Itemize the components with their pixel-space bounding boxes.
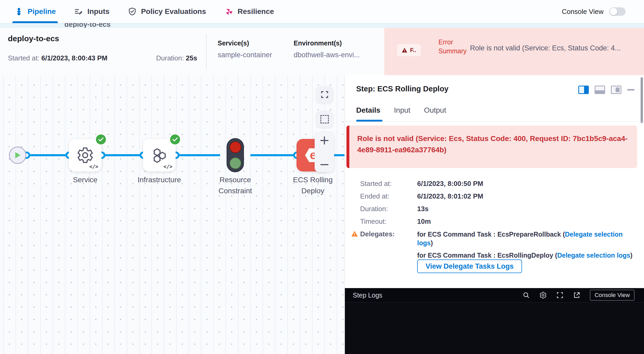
error-summary-label: Error Summary [438,38,473,56]
gear-icon [76,147,94,164]
node-label-infrastructure: Infrastructure [128,174,191,185]
edge-constraint-ecs [250,154,297,156]
step-panel-title: Step: ECS Rolling Deploy [356,85,448,93]
duration-label: Duration: [156,54,184,62]
header-divider [206,34,207,69]
tab-inputs[interactable]: Inputs [74,0,109,23]
failed-warning-icon [402,48,407,53]
started-label: Started at: [360,180,392,188]
traffic-light-green [229,157,241,169]
node-service[interactable]: </> [69,139,101,171]
marquee-icon [320,115,329,123]
tab-inputs-label: Inputs [87,7,109,16]
duration-value: 25s [186,54,197,62]
node-resource-constraint[interactable] [227,138,244,172]
status-badge-label: F.. [410,47,416,54]
step-logs-header: Step Logs Console View [345,288,644,303]
tab-resilience[interactable]: Resilience [224,0,274,23]
tab-policy-evaluations[interactable]: Policy Evaluations [128,0,206,23]
node-label-ecs-rolling-deploy: ECS Rolling Deploy [281,174,344,196]
delegate-line-1: for ECS Command Task : EcsPrepareRollbac… [417,230,636,247]
code-glyph: </> [89,164,98,169]
detail-row-ended: Ended at: 6/1/2023, 8:01:02 PM [345,192,639,201]
search-icon[interactable] [523,291,530,299]
panel-layout-controls [578,86,635,94]
zoom-in-button[interactable]: + [319,134,330,146]
layout-right-split-button[interactable] [578,86,589,94]
pipeline-icon [14,7,23,16]
detail-row-timeout: Timeout: 10m [345,217,639,226]
canvas-fullscreen-button[interactable] [316,86,333,103]
services-value[interactable]: sample-container [218,51,272,59]
tab-pipeline[interactable]: Pipeline [14,0,56,23]
open-in-new-icon[interactable] [573,291,580,299]
node-label-service: Service [54,174,117,185]
scrolled-content-strip: deploy-to-ecs [0,23,644,28]
ended-label: Ended at: [360,192,389,200]
view-delegate-tasks-logs-button[interactable]: View Delegate Tasks Logs [417,259,522,273]
edge-service-infrastructure [101,154,143,156]
minimize-panel-button[interactable] [627,89,635,91]
layout-bottom-split-button[interactable] [595,86,605,94]
node-infrastructure[interactable]: </> [143,139,176,171]
app-window: Pipeline Inputs Policy Evaluations [0,0,644,354]
environments-label: Environment(s) [294,39,342,47]
step-error-banner: Role is not valid (Service: Ecs, Status … [346,126,637,168]
panel-scrollbar[interactable] [641,77,643,123]
services-label: Service(s) [218,39,249,47]
log-settings-gear-icon[interactable] [539,291,547,299]
active-step-tab-underline [356,120,382,122]
clipped-pipeline-name: deploy-to-ecs [64,23,111,28]
detail-row-delegates: Delegates: for ECS Command Task : EcsPre… [345,230,639,259]
detail-row-started: Started at: 6/1/2023, 8:00:50 PM [345,180,639,189]
tab-details[interactable]: Details [356,106,380,114]
tab-output[interactable]: Output [424,106,446,114]
fullscreen-icon [320,90,329,99]
timeout-value: 10m [417,217,431,226]
step-logs-actions: Console View [523,290,644,301]
resilience-icon [224,7,233,16]
error-summary-section: F.. Error Summary Role is not valid (Ser… [384,28,644,75]
step-logs-title: Step Logs [353,291,382,299]
logs-console-view-button[interactable]: Console View [590,290,635,301]
delegate-2-suffix: ) [630,252,632,259]
canvas-selection-button[interactable] [316,111,333,128]
console-view-control: Console View [562,7,644,16]
started-at: Started at: 6/1/2023, 8:00:43 PM [8,54,108,62]
ended-value: 6/1/2023, 8:01:02 PM [417,192,483,200]
delegate-1-suffix: ) [431,239,433,247]
pipeline-canvas[interactable]: </> Service </> Infrastructure [0,75,345,354]
hexagons-icon [151,147,168,164]
tab-policy-evaluations-label: Policy Evaluations [141,7,206,16]
traffic-light-red [229,141,241,153]
main-content: </> Service </> Infrastructure [0,75,644,354]
check-icon [98,137,104,142]
started-at-value: 6/1/2023, 8:00:43 PM [41,54,108,62]
delegates-warning-icon [351,231,358,237]
shield-check-icon [128,7,137,16]
node-label-resource-constraint: Resource Constraint [204,174,267,196]
delegates-info: for ECS Command Task : EcsPrepareRollbac… [417,230,636,260]
tab-resilience-label: Resilience [238,7,274,16]
execution-header: deploy-to-ecs Started at: 6/1/2023, 8:00… [0,28,644,75]
success-check-badge [170,134,180,144]
toggle-knob [610,8,617,15]
started-at-label: Started at: [8,54,39,62]
delegate-2-selection-logs-link[interactable]: Delegate selection logs [557,252,630,259]
tab-input[interactable]: Input [394,106,410,114]
environments-value[interactable]: dbothwell-aws-envi... [294,51,360,59]
pipeline-name: deploy-to-ecs [8,34,59,43]
status-badge: F.. [397,44,421,56]
timeout-label: Timeout: [360,217,386,226]
layout-floating-button[interactable] [611,86,621,94]
code-glyph: </> [163,164,172,169]
logs-fullscreen-icon[interactable] [556,291,564,299]
step-tabs: Details Input Output [356,106,446,114]
edge-start-service [26,154,69,156]
console-view-toggle[interactable] [609,7,626,16]
step-logs-area: Fetch Manifests Prepare Rollback Data 6s [345,303,644,354]
zoom-out-button[interactable]: − [319,158,330,170]
duration: Duration: 25s [156,54,197,62]
start-node[interactable] [9,147,26,164]
canvas-zoom-panel: + − [315,132,334,172]
